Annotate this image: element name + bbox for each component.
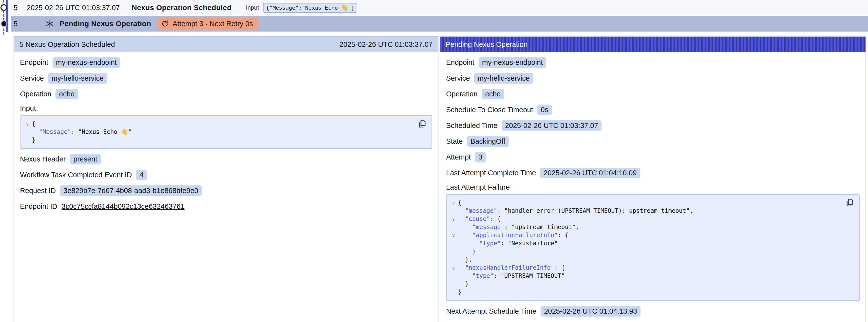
- gutter-spacer: [449, 256, 458, 264]
- retry-icon: [161, 20, 169, 28]
- field-row-state: StateBackingOff: [446, 136, 860, 147]
- pending-panel-header: Pending Nexus Operation: [440, 37, 866, 52]
- field-label-service: Service: [446, 74, 470, 82]
- field-label-next-attempt-schedule-time: Next Attempt Schedule Time: [446, 307, 536, 315]
- code-line: },: [449, 256, 837, 264]
- field-value-service-badge: my-hello-service: [474, 73, 533, 84]
- chevron-down-icon[interactable]: ∨: [23, 120, 32, 128]
- copy-icon[interactable]: [417, 119, 428, 129]
- field-row-endpoint-id: Endpoint ID3c0c75ccfa8144b092c13ce632463…: [20, 201, 432, 212]
- history-row-pending-operation[interactable]: 5 Pending Nexus Operation Attempt 3 · Ne…: [11, 16, 868, 32]
- field-value-operation-badge: echo: [56, 89, 78, 99]
- code-line: "type": "NexusFailure": [449, 239, 837, 248]
- code-text: {: [458, 199, 461, 207]
- code-line: ∨ "cause": {: [449, 215, 837, 223]
- code-line: ∨{: [449, 199, 837, 207]
- field-row-attempt: Attempt3: [446, 152, 860, 162]
- field-label-endpoint: Endpoint: [446, 58, 474, 67]
- chevron-down-icon[interactable]: ∨: [449, 215, 458, 223]
- field-row-workflow-task-completed-event-id: Workflow Task Completed Event ID4: [20, 169, 432, 180]
- timeline-node-pending[interactable]: [1, 21, 7, 27]
- code-text: "applicationFailureInfo": {: [458, 231, 568, 239]
- field-label-workflow-task-completed-event-id: Workflow Task Completed Event ID: [20, 171, 132, 179]
- input-section-label: Input: [20, 104, 432, 112]
- event-panel-header: 5 Nexus Operation Scheduled 2025-02-26 U…: [14, 37, 438, 52]
- code-line: }: [449, 280, 837, 288]
- event-timestamp: 2025-02-26 UTC 01:03:37.07: [27, 4, 120, 12]
- field-row-endpoint: Endpointmy-nexus-endpoint: [20, 57, 432, 68]
- pending-operation-panel: Pending Nexus Operation Endpointmy-nexus…: [440, 36, 866, 322]
- field-row-next-attempt-schedule-time: Next Attempt Schedule Time2025-02-26 UTC…: [446, 306, 860, 317]
- field-row-endpoint: Endpointmy-nexus-endpoint: [446, 57, 860, 68]
- event-group-accent-bar: [6, 0, 8, 32]
- event-title: Nexus Operation Scheduled: [131, 3, 231, 12]
- field-label-request-id: Request ID: [20, 187, 56, 195]
- field-value-request-id-badge: 3e829b7e-7d67-4b08-aad3-b1e868bfe9e0: [60, 185, 202, 196]
- field-label-service: Service: [20, 74, 44, 82]
- code-text: }: [458, 248, 476, 256]
- field-value-endpoint-badge: my-nexus-endpoint: [479, 57, 547, 68]
- code-text: "message": "handler error (UPSTREAM_TIME…: [458, 207, 693, 215]
- field-value-scheduled-time-badge: 2025-02-26 UTC 01:03:37.07: [502, 120, 601, 131]
- copy-icon[interactable]: [845, 198, 855, 208]
- field-value-state-badge: BackingOff: [467, 136, 509, 147]
- field-label-last-attempt-complete-time: Last Attempt Complete Time: [446, 169, 536, 177]
- pending-panel-title: Pending Nexus Operation: [445, 40, 528, 49]
- code-text: },: [458, 256, 472, 264]
- chevron-down-icon[interactable]: ∨: [449, 264, 458, 272]
- field-value-endpoint-id-link[interactable]: 3c0c75ccfa8144b092c13ce632463761: [62, 202, 185, 211]
- field-label-attempt: Attempt: [446, 153, 471, 161]
- code-text: }: [458, 288, 461, 296]
- code-text: {: [32, 120, 35, 128]
- chevron-down-icon[interactable]: ∨: [449, 199, 458, 207]
- code-text: "cause": {: [458, 215, 501, 223]
- failure-section-label: Last Attempt Failure: [446, 183, 860, 191]
- pending-id-link[interactable]: 5: [13, 20, 18, 28]
- event-id-link[interactable]: 5: [13, 4, 18, 12]
- field-value-workflow-task-completed-event-id-badge: 4: [136, 170, 147, 180]
- field-value-operation-badge: echo: [482, 89, 504, 99]
- retry-badge-label: Attempt 3 · Next Retry 0s: [173, 20, 253, 28]
- code-line: }: [449, 288, 837, 296]
- event-input-preview-badge[interactable]: {"Message":"Nexus Echo 👋"}: [263, 3, 358, 12]
- field-value-endpoint-badge: my-nexus-endpoint: [53, 57, 120, 68]
- gutter-spacer: [23, 136, 32, 144]
- code-text: "nexusHandlerFailureInfo": {: [458, 264, 565, 272]
- code-text: "message": "upstream timeout",: [458, 223, 579, 231]
- code-line: "message": "upstream timeout",: [449, 223, 837, 231]
- field-row-operation: Operationecho: [446, 89, 860, 99]
- code-line: ∨ "applicationFailureInfo": {: [449, 231, 837, 239]
- code-line: ∨ "nexusHandlerFailureInfo": {: [449, 264, 837, 272]
- event-panel-timestamp: 2025-02-26 UTC 01:03:37.07: [340, 40, 433, 49]
- gutter-spacer: [449, 288, 458, 296]
- code-line: "message": "handler error (UPSTREAM_TIME…: [449, 207, 837, 215]
- gutter-spacer: [23, 128, 32, 136]
- field-label-schedule-to-close-timeout: Schedule To Close Timeout: [446, 106, 533, 114]
- event-input-label: Input: [246, 4, 259, 11]
- field-row-service: Servicemy-hello-service: [20, 73, 432, 84]
- chevron-down-icon[interactable]: ∨: [449, 231, 458, 239]
- code-text: "type": "NexusFailure": [458, 239, 558, 248]
- gutter-spacer: [449, 239, 458, 248]
- field-row-nexus-header: Nexus Headerpresent: [20, 154, 432, 164]
- field-row-scheduled-time: Scheduled Time2025-02-26 UTC 01:03:37.07: [446, 120, 860, 131]
- code-text: }: [32, 136, 35, 144]
- field-label-endpoint-id: Endpoint ID: [20, 202, 58, 211]
- gutter-spacer: [449, 207, 458, 215]
- field-value-next-attempt-schedule-time-badge: 2025-02-26 UTC 01:04:13.93: [540, 306, 641, 317]
- code-line: "type": "UPSTREAM_TIMEOUT": [449, 272, 837, 280]
- event-detail-panel: 5 Nexus Operation Scheduled 2025-02-26 U…: [13, 36, 438, 322]
- retry-attempt-badge[interactable]: Attempt 3 · Next Retry 0s: [157, 18, 258, 30]
- timeline-node-scheduled[interactable]: [0, 4, 7, 11]
- history-row-event[interactable]: 5 2025-02-26 UTC 01:03:37.07 Nexus Opera…: [11, 0, 868, 15]
- field-label-operation: Operation: [446, 90, 477, 98]
- gutter-spacer: [449, 272, 458, 280]
- code-line: }: [23, 136, 409, 144]
- field-label-state: State: [446, 137, 463, 146]
- code-text: "Message": "Nexus Echo 👋": [32, 128, 132, 136]
- failure-code-block: ∨{ "message": "handler error (UPSTREAM_T…: [446, 194, 860, 301]
- field-label-operation: Operation: [20, 90, 51, 98]
- field-row-schedule-to-close-timeout: Schedule To Close Timeout0s: [446, 104, 860, 115]
- code-line: }: [449, 248, 837, 256]
- spark-asterisk-icon: [45, 19, 55, 28]
